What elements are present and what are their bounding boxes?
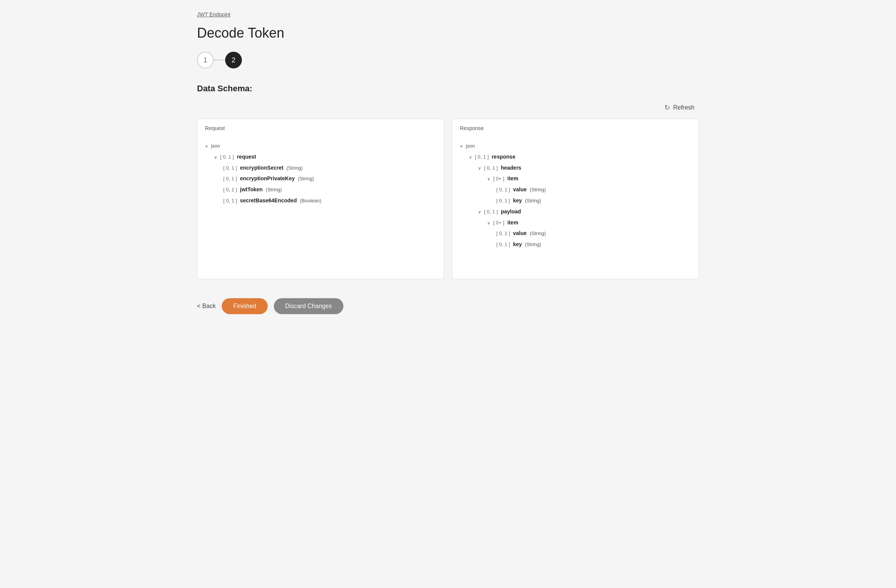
- field-name: encryptionSecret: [240, 165, 283, 171]
- request-tree: ∨ json ∨ [ 0, 1 ] request [ 0, 1 ] encry…: [197, 134, 444, 279]
- request-label-wrapper: Request: [197, 119, 444, 134]
- response-label-wrapper: Response: [452, 119, 699, 134]
- step-2-label: 2: [232, 56, 235, 64]
- step-connector: [214, 60, 225, 60]
- tree-row: ∨ [ 0+ ] item: [460, 173, 691, 184]
- range-label: [ 0, 1 ]: [496, 198, 510, 203]
- chevron-icon[interactable]: ∨: [478, 209, 481, 216]
- field-name: payload: [501, 208, 521, 215]
- field-name: response: [492, 154, 515, 160]
- tree-row: [ 0, 1 ] key (String): [460, 239, 691, 250]
- range-label: [ 0, 1 ]: [223, 165, 237, 171]
- field-type: (String): [525, 198, 541, 203]
- field-type: (String): [530, 230, 546, 236]
- node-label: json: [466, 143, 475, 149]
- chevron-icon[interactable]: ∨: [469, 154, 472, 161]
- page-title: Decode Token: [197, 25, 699, 41]
- page-container: JWT Endpoint Decode Token 1 2 Data Schem…: [182, 0, 714, 588]
- field-name: key: [513, 241, 522, 247]
- field-name: item: [507, 175, 518, 181]
- field-name: key: [513, 197, 522, 203]
- field-type: (Boolean): [300, 198, 321, 203]
- chevron-icon[interactable]: ∨: [487, 176, 490, 183]
- response-panel: Response ∨ json ∨ [ 0, 1 ] response: [452, 119, 699, 279]
- range-label: [ 0, 1 ]: [223, 198, 237, 203]
- step-1[interactable]: 1: [197, 52, 214, 68]
- tree-row: [ 0, 1 ] encryptionSecret (String): [205, 162, 436, 173]
- field-name: headers: [501, 165, 521, 171]
- refresh-icon: ↻: [664, 103, 670, 112]
- range-label: [ 0, 1 ]: [475, 154, 489, 160]
- field-type: (String): [298, 176, 314, 181]
- field-name: request: [237, 154, 256, 160]
- refresh-label: Refresh: [673, 104, 694, 111]
- refresh-button[interactable]: ↻ Refresh: [660, 101, 699, 114]
- tree-row: ∨ [ 0, 1 ] response: [460, 151, 691, 162]
- chevron-icon[interactable]: ∨: [205, 143, 208, 150]
- range-label: [ 0, 1 ]: [220, 154, 234, 160]
- breadcrumb[interactable]: JWT Endpoint: [197, 11, 699, 17]
- chevron-icon[interactable]: ∨: [478, 165, 481, 172]
- tree-row: [ 0, 1 ] value (String): [460, 228, 691, 239]
- tree-row: [ 0, 1 ] encryptionPrivateKey (String): [205, 173, 436, 184]
- field-name: secretBase64Encoded: [240, 197, 297, 203]
- node-label: json: [211, 143, 220, 149]
- field-name: item: [507, 219, 518, 226]
- field-name: jwtToken: [240, 186, 263, 192]
- field-type: (String): [530, 187, 546, 192]
- field-name: value: [513, 186, 527, 192]
- bottom-bar: < Back Finished Discard Changes: [197, 291, 699, 318]
- finished-button[interactable]: Finished: [222, 298, 267, 314]
- chevron-icon[interactable]: ∨: [460, 143, 463, 150]
- tree-row: ∨ json: [205, 140, 436, 151]
- step-2[interactable]: 2: [225, 52, 242, 68]
- schema-panels: Request ∨ json ∨ [ 0, 1 ] request: [197, 119, 699, 279]
- tree-row: ∨ [ 0, 1 ] payload: [460, 206, 691, 217]
- field-type: (String): [266, 187, 282, 192]
- range-label: [ 0, 1 ]: [223, 187, 237, 192]
- range-label: [ 0+ ]: [493, 220, 504, 226]
- step-1-label: 1: [203, 56, 207, 64]
- tree-row: [ 0, 1 ] secretBase64Encoded (Boolean): [205, 195, 436, 206]
- field-type: (String): [525, 242, 541, 247]
- range-label: [ 0, 1 ]: [496, 242, 510, 247]
- request-panel: Request ∨ json ∨ [ 0, 1 ] request: [197, 119, 444, 279]
- tree-row: [ 0, 1 ] key (String): [460, 195, 691, 206]
- discard-changes-button[interactable]: Discard Changes: [274, 298, 343, 314]
- data-schema-title: Data Schema:: [197, 84, 699, 94]
- chevron-icon[interactable]: ∨: [487, 220, 490, 227]
- range-label: [ 0, 1 ]: [496, 230, 510, 236]
- tree-row: ∨ [ 0, 1 ] request: [205, 151, 436, 162]
- range-label: [ 0, 1 ]: [223, 176, 237, 181]
- field-name: value: [513, 230, 527, 236]
- tree-row: ∨ [ 0+ ] item: [460, 217, 691, 228]
- field-name: encryptionPrivateKey: [240, 175, 295, 181]
- chevron-icon[interactable]: ∨: [214, 154, 217, 161]
- response-panel-label: Response: [460, 125, 691, 134]
- response-tree: ∨ json ∨ [ 0, 1 ] response ∨ [ 0, 1 ]: [452, 134, 699, 279]
- range-label: [ 0, 1 ]: [484, 165, 498, 171]
- tree-row: ∨ [ 0, 1 ] headers: [460, 162, 691, 173]
- request-panel-label: Request: [205, 125, 436, 134]
- field-type: (String): [286, 165, 303, 171]
- range-label: [ 0+ ]: [493, 176, 504, 181]
- steps-container: 1 2: [197, 52, 699, 68]
- refresh-bar: ↻ Refresh: [197, 101, 699, 114]
- back-button[interactable]: < Back: [197, 303, 216, 310]
- range-label: [ 0, 1 ]: [484, 209, 498, 215]
- tree-row: [ 0, 1 ] value (String): [460, 184, 691, 195]
- tree-row: [ 0, 1 ] jwtToken (String): [205, 184, 436, 195]
- tree-row: ∨ json: [460, 140, 691, 151]
- range-label: [ 0, 1 ]: [496, 187, 510, 192]
